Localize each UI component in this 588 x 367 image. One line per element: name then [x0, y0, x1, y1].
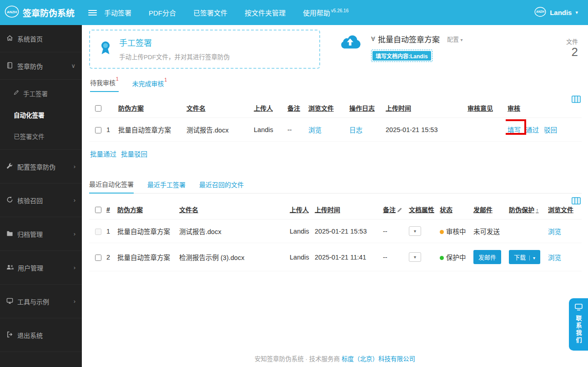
manual-sign-title: 手工签署 — [119, 36, 230, 48]
col-filename[interactable]: 文件名 — [177, 201, 288, 219]
row-upload-time: 2025-01-21 11:41 — [313, 243, 381, 271]
brand-logo-icon: ANZH — [5, 5, 19, 20]
row-review-opinion — [466, 118, 506, 142]
sidebar-item-archive[interactable]: 归档管理 › — [0, 217, 82, 251]
col-view-file[interactable]: 浏览文件 — [307, 99, 347, 118]
col-uploader[interactable]: 上传人 — [288, 201, 313, 219]
col-uploader[interactable]: 上传人 — [252, 99, 286, 118]
tab-pending-review[interactable]: 待我审核1 — [90, 78, 119, 92]
journal-icon — [6, 62, 13, 70]
row-filename: 检测报告示例 (3).docx — [177, 243, 288, 271]
row-checkbox[interactable] — [95, 255, 101, 261]
nav-help[interactable]: 使用帮助v5.26.16 — [303, 8, 348, 17]
col-filename[interactable]: 文件名 — [185, 99, 252, 118]
batch-approve-link[interactable]: 批量通过 — [90, 149, 116, 158]
chevron-right-icon: › — [74, 230, 75, 237]
operation-log-link[interactable]: 日志 — [349, 127, 362, 134]
svg-text:ANZH: ANZH — [536, 10, 544, 13]
sidebar-toggle-icon[interactable] — [88, 10, 97, 15]
col-status[interactable]: 状态 — [438, 201, 472, 219]
col-review-opinion[interactable]: 审核意见 — [466, 99, 506, 118]
select-all-checkbox[interactable] — [95, 105, 101, 112]
pen-icon — [14, 90, 19, 97]
col-scheme[interactable]: 防伪方案 — [116, 99, 185, 118]
chevron-right-icon: › — [74, 163, 75, 170]
select-all-checkbox[interactable] — [95, 207, 101, 213]
svg-text:ANZH: ANZH — [7, 10, 17, 14]
sidebar-item-config[interactable]: 配置签章防伪 › — [0, 150, 82, 184]
col-operation-log[interactable]: 操作日志 — [347, 99, 384, 118]
download-button[interactable]: 下载▾ — [509, 250, 540, 264]
col-review[interactable]: 审核 — [506, 99, 582, 118]
sort-up-icon[interactable]: ↑ — [536, 207, 539, 214]
col-scheme[interactable]: 防伪方案 — [116, 201, 177, 219]
col-note: 备注 — [381, 201, 407, 219]
nav-folder-manage[interactable]: 按文件夹管理 — [245, 8, 286, 17]
footer: 安知签章防伪系统 · 技术服务商 标度（北京）科技有限公司 — [82, 354, 588, 363]
sidebar-item-home[interactable]: 系统首页 — [0, 25, 82, 52]
status-text: 保护中 — [446, 254, 466, 261]
sidebar-item-logout[interactable]: 退出系统 — [0, 318, 82, 352]
tab-recent-recalled[interactable]: 最近召回的文件 — [199, 180, 244, 193]
pencil-icon — [397, 207, 402, 214]
send-mail-button[interactable]: 发邮件 — [473, 250, 501, 264]
column-settings-icon[interactable] — [572, 96, 581, 105]
sidebar-item-tools[interactable]: 工具与示例 › — [0, 285, 82, 318]
cloud-upload-icon[interactable] — [339, 33, 361, 62]
status-text: 审核中 — [446, 228, 466, 235]
brand[interactable]: ANZH 签章防伪系统 — [0, 5, 82, 20]
tab-unfinished-review[interactable]: 未完成审核1 — [132, 79, 167, 92]
manual-sign-desc: 手动上传PDF文件，并对其进行签章防伪 — [119, 52, 230, 61]
sidebar-label: 自动化签署 — [14, 110, 45, 119]
config-dropdown[interactable]: 配置 ▾ — [447, 35, 463, 43]
col-doc-attrs[interactable]: 文档属性 — [407, 201, 438, 219]
batch-actions: 批量通过 批量驳回 — [90, 149, 582, 158]
sidebar-item-users[interactable]: 用户管理 › — [0, 251, 82, 285]
view-file-link[interactable]: 浏览 — [548, 254, 561, 261]
view-file-link[interactable]: 浏览 — [548, 228, 561, 235]
nav-signed-files[interactable]: 已签署文件 — [193, 8, 227, 17]
caret-down-icon: ▾ — [529, 255, 535, 260]
doc-attrs-dropdown[interactable]: ▾ — [409, 226, 421, 236]
files-count: 2 — [566, 46, 578, 59]
sidebar-label: 手工签署 — [23, 89, 48, 98]
recent-table-section: # 防伪方案 文件名 上传人 上传时间 备注 文档属性 状态 发邮件 防伪保护↑… — [89, 201, 582, 271]
footer-company-link[interactable]: 标度（北京）科技有限公司 — [342, 356, 415, 362]
col-num[interactable]: # — [105, 201, 116, 219]
sidebar-item-sign-group[interactable]: 签章防伪 ∨ — [0, 52, 82, 80]
column-settings-icon[interactable] — [572, 197, 581, 206]
row-checkbox[interactable] — [95, 127, 101, 133]
col-note[interactable]: 备注 — [286, 99, 307, 118]
protect-cell — [507, 219, 546, 243]
row-filename: 测试报告.docx — [177, 219, 288, 243]
batch-reject-link[interactable]: 批量驳回 — [121, 149, 147, 158]
nav-manual-sign[interactable]: 手动签署 — [104, 8, 131, 17]
sidebar-label: 已签署文件 — [14, 132, 45, 141]
user-menu[interactable]: ANZH Landis ▾ — [534, 7, 588, 18]
approve-link[interactable]: 通过 — [526, 127, 539, 134]
sidebar-item-recall[interactable]: 核验召回 › — [0, 184, 82, 217]
reject-link[interactable]: 驳回 — [544, 127, 557, 134]
nav-pdf-split-merge[interactable]: PDF分合 — [149, 8, 176, 17]
row-upload-time: 2025-01-21 15:53 — [313, 219, 381, 243]
col-upload-time[interactable]: 上传时间 — [384, 99, 466, 118]
col-send-mail[interactable]: 发邮件 — [472, 201, 507, 219]
home-icon — [6, 35, 13, 43]
tab-recent-manual-sign[interactable]: 最近手工签署 — [147, 180, 186, 193]
tab-recent-auto-sign[interactable]: 最近自动化签署 — [89, 179, 134, 194]
sidebar-item-manual-sign[interactable]: 手工签署 — [0, 82, 82, 104]
contact-us-widget[interactable]: 联系我们 — [569, 298, 588, 351]
sidebar-item-signed-files[interactable]: 已签署文件 — [0, 125, 82, 147]
review-tabs: 待我审核1 未完成审核1 — [89, 78, 582, 92]
col-upload-time[interactable]: 上传时间 — [313, 201, 381, 219]
tab-count-badge: 1 — [165, 77, 167, 82]
view-file-link[interactable]: 浏览 — [308, 127, 322, 134]
fill-link[interactable]: 填写 — [508, 127, 521, 134]
manual-sign-card[interactable]: 手工签署 手动上传PDF文件，并对其进行签章防伪 — [89, 30, 320, 69]
doc-attrs-dropdown[interactable]: ▾ — [409, 252, 421, 262]
row-scheme: 批量自动签章方案 — [116, 219, 177, 243]
chevron-right-icon: › — [74, 264, 75, 271]
sidebar-item-auto-sign[interactable]: 自动化签署 — [0, 104, 82, 125]
top-menu: 手动签署 PDF分合 已签署文件 按文件夹管理 使用帮助v5.26.16 — [104, 8, 348, 17]
fill-doc-badge[interactable]: 填写文档内容:Landis — [371, 50, 432, 62]
